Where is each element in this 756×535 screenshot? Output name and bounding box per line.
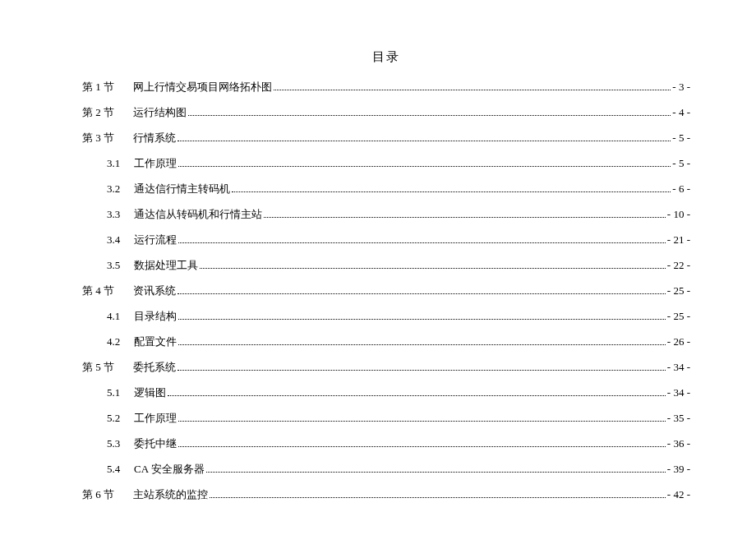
- toc-dots: [188, 115, 671, 116]
- toc-dots: [177, 293, 666, 294]
- toc-entry-title: 工作原理: [134, 156, 177, 171]
- toc-entry: 3.3通达信从转码机和行情主站- 10 -: [82, 207, 690, 222]
- toc-entry-label: 4.2: [107, 335, 127, 348]
- toc-dots: [210, 497, 666, 498]
- toc-entry-title: 配置文件: [134, 334, 177, 349]
- toc-dots: [178, 446, 666, 447]
- toc-entry: 5.3委托中继- 36 -: [82, 436, 690, 451]
- toc-dots: [178, 242, 666, 243]
- toc-entry-title: 行情系统: [133, 131, 176, 145]
- toc-dots: [206, 472, 666, 473]
- toc-entry: 3.1工作原理- 5 -: [82, 156, 690, 171]
- toc-list: 第 1 节网上行情交易项目网络拓朴图- 3 -第 2 节运行结构图- 4 -第 …: [82, 80, 690, 502]
- toc-entry-page: - 36 -: [667, 437, 690, 450]
- toc-entry-page: - 34 -: [667, 386, 690, 399]
- toc-entry-title: 运行结构图: [133, 105, 187, 120]
- toc-entry-page: - 25 -: [667, 310, 690, 323]
- toc-entry-page: - 25 -: [667, 284, 690, 297]
- toc-entry-label: 3.4: [107, 233, 127, 247]
- toc-entry-label: 第 6 节: [82, 487, 123, 502]
- toc-dots: [232, 191, 671, 192]
- toc-entry-page: - 39 -: [667, 463, 690, 476]
- toc-dots: [264, 217, 666, 218]
- toc-entry-title: 通达信行情主转码机: [134, 182, 230, 196]
- toc-entry-title: 通达信从转码机和行情主站: [134, 207, 262, 222]
- toc-entry-label: 5.4: [107, 463, 127, 476]
- toc-entry: 3.2通达信行情主转码机- 6 -: [82, 182, 690, 196]
- toc-entry-title: 逻辑图: [134, 385, 166, 400]
- toc-entry-page: - 26 -: [667, 335, 690, 348]
- toc-entry-title: 运行流程: [134, 233, 177, 247]
- toc-entry-label: 第 2 节: [82, 105, 123, 120]
- toc-dots: [168, 395, 666, 396]
- toc-entry-label: 4.1: [107, 310, 127, 323]
- toc-entry: 4.2配置文件- 26 -: [82, 334, 690, 349]
- toc-title: 目录: [82, 49, 690, 65]
- toc-entry: 3.4运行流程- 21 -: [82, 233, 690, 247]
- toc-entry-page: - 5 -: [672, 157, 690, 170]
- toc-entry: 第 1 节网上行情交易项目网络拓朴图- 3 -: [82, 80, 690, 95]
- toc-dots: [177, 141, 671, 141]
- toc-entry-label: 3.2: [107, 182, 127, 196]
- toc-entry-page: - 22 -: [667, 259, 690, 272]
- toc-entry-page: - 21 -: [667, 233, 690, 247]
- toc-entry-page: - 3 -: [672, 81, 690, 94]
- toc-entry-title: 资讯系统: [133, 284, 176, 298]
- toc-entry-title: 数据处理工具: [134, 258, 198, 273]
- toc-entry: 第 4 节资讯系统- 25 -: [82, 284, 690, 298]
- toc-entry-title: 主站系统的监控: [133, 487, 208, 502]
- toc-entry-title: 委托系统: [133, 360, 176, 375]
- toc-entry: 第 3 节行情系统- 5 -: [82, 131, 690, 145]
- toc-entry: 第 2 节运行结构图- 4 -: [82, 105, 690, 120]
- toc-entry: 第 5 节委托系统- 34 -: [82, 360, 690, 375]
- toc-entry-page: - 10 -: [667, 208, 690, 221]
- toc-entry: 4.1目录结构- 25 -: [82, 309, 690, 324]
- toc-entry-page: - 35 -: [667, 412, 690, 425]
- toc-entry-title: 工作原理: [134, 411, 177, 426]
- toc-entry-label: 第 3 节: [82, 131, 123, 145]
- toc-entry-label: 第 1 节: [82, 80, 123, 95]
- toc-entry: 5.1逻辑图- 34 -: [82, 385, 690, 400]
- toc-entry: 3.5数据处理工具- 22 -: [82, 258, 690, 273]
- toc-entry-title: 目录结构: [134, 309, 177, 324]
- toc-entry: 5.2工作原理- 35 -: [82, 411, 690, 426]
- toc-entry: 第 6 节主站系统的监控- 42 -: [82, 487, 690, 502]
- toc-entry-label: 5.2: [107, 412, 127, 425]
- toc-entry-page: - 4 -: [672, 106, 690, 119]
- toc-dots: [178, 421, 666, 422]
- toc-entry-label: 第 5 节: [82, 360, 123, 375]
- toc-dots: [178, 319, 666, 320]
- toc-dots: [200, 268, 666, 269]
- toc-dots: [274, 90, 671, 90]
- toc-dots: [178, 166, 671, 167]
- toc-entry-page: - 42 -: [667, 488, 690, 501]
- toc-entry-page: - 5 -: [672, 131, 690, 145]
- toc-entry-label: 3.5: [107, 259, 127, 272]
- toc-entry-label: 3.1: [107, 157, 127, 170]
- toc-entry-title: 委托中继: [134, 436, 177, 451]
- toc-entry-label: 5.1: [107, 386, 127, 399]
- toc-entry: 5.4CA 安全服务器- 39 -: [82, 462, 690, 477]
- toc-entry-title: 网上行情交易项目网络拓朴图: [133, 80, 272, 95]
- toc-entry-page: - 6 -: [672, 182, 690, 196]
- toc-entry-page: - 34 -: [667, 361, 690, 374]
- toc-entry-label: 5.3: [107, 437, 127, 450]
- toc-dots: [177, 370, 666, 371]
- toc-entry-label: 3.3: [107, 208, 127, 221]
- toc-entry-label: 第 4 节: [82, 284, 123, 298]
- toc-dots: [178, 344, 666, 345]
- toc-entry-title: CA 安全服务器: [134, 462, 205, 477]
